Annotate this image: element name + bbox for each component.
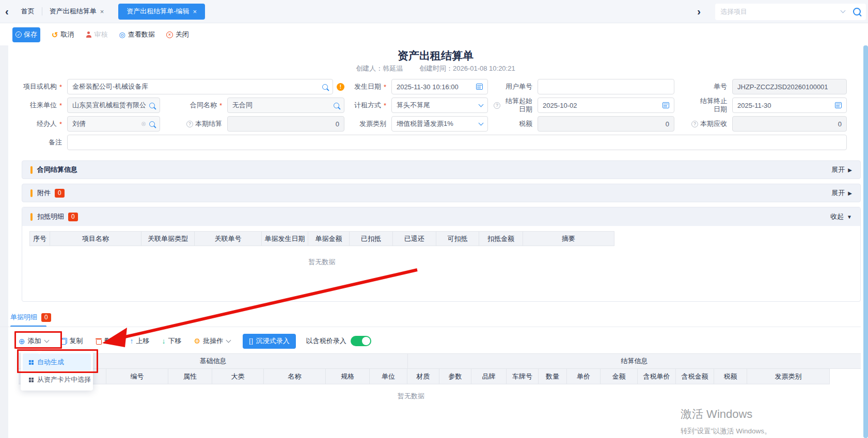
tax-entry-toggle[interactable] — [351, 336, 371, 346]
period-settle-field: 0 — [227, 116, 344, 132]
move-up-button[interactable]: ↑ 上移 — [130, 336, 150, 346]
section-marker — [30, 166, 33, 174]
tabs-back-icon[interactable]: ‹ — [0, 6, 14, 18]
project-field[interactable]: 金桥装配公司-机械设备库 — [67, 79, 333, 94]
tabs-forward-icon[interactable]: › — [692, 6, 706, 18]
warning-icon: ! — [337, 83, 344, 91]
rent-mode-select[interactable]: 算头不算尾 — [391, 98, 488, 113]
creator-name: 韩延温 — [383, 64, 403, 72]
chevron-down-icon — [479, 102, 484, 107]
close-circle-icon: × — [166, 31, 173, 38]
project-select-placeholder: 选择项目 — [720, 7, 841, 17]
search-icon[interactable] — [149, 121, 155, 127]
invoice-type-select[interactable]: 增值税普通发票1% — [391, 116, 488, 132]
tab-detail-lines[interactable]: 单据明细 0 — [10, 313, 51, 322]
tab-settlement-edit[interactable]: 资产出租结算单-编辑 × — [118, 4, 205, 20]
view-icon: ◎ — [119, 31, 125, 38]
tab-bar: ‹ 首页 资产出租结算单 × 资产出租结算单-编辑 × › 选择项目 — [0, 0, 868, 23]
delete-button[interactable]: 删除 — [96, 336, 118, 346]
triangle-down-icon: ▼ — [847, 214, 852, 220]
menu-item-from-asset-card[interactable]: 从资产卡片中选择 — [23, 371, 91, 388]
save-button[interactable]: ✓ 保存 — [12, 27, 40, 42]
annotation-box-add-button — [14, 331, 62, 349]
detail-table-groups: 基础信息 结算信息 — [19, 353, 861, 369]
remark-field[interactable] — [67, 135, 847, 150]
count-badge: 0 — [41, 313, 51, 322]
copy-button[interactable]: 复制 — [61, 336, 83, 346]
undo-icon: ↺ — [52, 31, 58, 39]
deduction-table: 序号 项目名称 关联单据类型 关联单号 单据发生日期 单据金额 已扣抵 已退还 … — [29, 231, 860, 267]
detail-toolbar: ⊕ 添加 复制 删除 ↑ 上移 ↓ 下移 ⚙ 批操作 [] 沉浸式录入 以含税价… — [19, 333, 371, 349]
collapse-toggle[interactable]: 收起▼ — [830, 212, 852, 221]
agent-field[interactable]: 刘倩 ⊗ — [67, 116, 160, 132]
settle-end-field[interactable]: 2025-11-30 — [732, 98, 847, 113]
created-time: 2026-01-08 10:20:21 — [453, 64, 515, 72]
occur-date-label: 发生日期* — [344, 77, 391, 96]
created-label: 创建时间： — [419, 64, 453, 72]
cancel-button[interactable]: ↺ 取消 — [52, 30, 74, 39]
settle-start-label: ? 结算起始日期 — [488, 96, 538, 115]
vertical-scrollbar[interactable] — [863, 45, 868, 438]
trash-icon — [96, 338, 102, 345]
expand-toggle[interactable]: 展开▶ — [831, 165, 852, 174]
calendar-icon[interactable] — [835, 102, 842, 108]
search-icon[interactable] — [322, 84, 328, 90]
help-icon: ? — [691, 121, 698, 127]
tab-home[interactable]: 首页 — [14, 0, 42, 23]
partner-field[interactable]: 山东昊宜机械租赁有限公司 — [67, 98, 160, 113]
close-tab-icon[interactable]: × — [193, 8, 197, 15]
tab-settlement-list[interactable]: 资产出租结算单 × — [42, 0, 112, 23]
doc-meta: 创建人：韩延温 创建时间：2026-01-08 10:20:21 — [10, 64, 861, 73]
close-button[interactable]: × 关闭 — [166, 30, 189, 39]
view-data-button[interactable]: ◎ 查看数据 — [119, 30, 155, 39]
count-badge: 0 — [55, 189, 65, 198]
left-gutter — [0, 45, 8, 438]
section-marker — [30, 213, 33, 221]
calendar-icon[interactable] — [476, 84, 483, 90]
batch-ops-button[interactable]: ⚙ 批操作 — [194, 336, 231, 346]
expand-toggle[interactable]: 展开▶ — [831, 188, 852, 198]
remark-label: 备注 — [10, 133, 67, 152]
search-icon[interactable] — [853, 8, 861, 15]
divider — [0, 327, 861, 327]
person-icon — [86, 31, 92, 38]
agent-label: 经办人* — [10, 115, 67, 133]
close-tab-icon[interactable]: × — [100, 8, 104, 15]
section-title: 合同结算信息 — [37, 165, 77, 174]
chevron-down-icon — [479, 120, 484, 125]
section-attachments: 附件 0 展开▶ — [22, 184, 861, 202]
annotation-box-auto-generate — [17, 349, 98, 373]
settle-start-field[interactable]: 2025-10-02 — [538, 98, 674, 113]
contract-label: 合同名称* — [160, 96, 227, 115]
section-title: 附件 — [37, 188, 51, 198]
windows-activation-watermark: 激活 Windows 转到“设置”以激活 Windows。 — [681, 407, 771, 436]
receivable-label: ? 本期应收 — [674, 115, 732, 133]
check-circle-icon: ✓ — [15, 31, 22, 38]
detail-table-header: 编号 属性 大类 名称 规格 单位 材质 参数 品牌 车牌号 数量 单价 金额 … — [19, 369, 861, 384]
user-no-label: 用户单号 — [488, 77, 538, 96]
clear-icon[interactable]: ⊗ — [141, 121, 146, 127]
section-contract-info: 合同结算信息 展开▶ — [22, 160, 861, 179]
project-select[interactable]: 选择项目 — [715, 4, 866, 20]
tax-field: 0 — [538, 116, 674, 132]
search-icon[interactable] — [149, 103, 155, 108]
tax-entry-label: 以含税价录入 — [306, 336, 346, 346]
project-label: 项目或机构* — [10, 77, 67, 96]
user-no-field[interactable] — [538, 79, 674, 94]
search-icon[interactable] — [334, 103, 339, 108]
immersive-entry-button[interactable]: [] 沉浸式录入 — [243, 334, 296, 349]
help-icon: ? — [494, 102, 500, 109]
move-down-button[interactable]: ↓ 下移 — [162, 336, 182, 346]
audit-button: 审核 — [86, 30, 108, 39]
brackets-icon: [] — [249, 337, 254, 345]
occur-date-field[interactable]: 2025-11-30 10:16:00 — [391, 79, 488, 94]
settle-end-label: 结算终止日期 — [674, 96, 732, 115]
section-title: 扣抵明细 — [37, 212, 64, 221]
contract-field[interactable]: 无合同 — [227, 98, 344, 113]
count-badge: 0 — [68, 213, 78, 221]
gear-icon: ⚙ — [194, 337, 201, 345]
grid-icon — [29, 378, 34, 382]
calendar-icon[interactable] — [662, 102, 669, 108]
tax-label: 税额 — [488, 115, 538, 133]
section-deduction: 扣抵明细 0 收起▼ 序号 项目名称 关联单据类型 关联单号 单据发生日期 单据… — [22, 207, 861, 302]
